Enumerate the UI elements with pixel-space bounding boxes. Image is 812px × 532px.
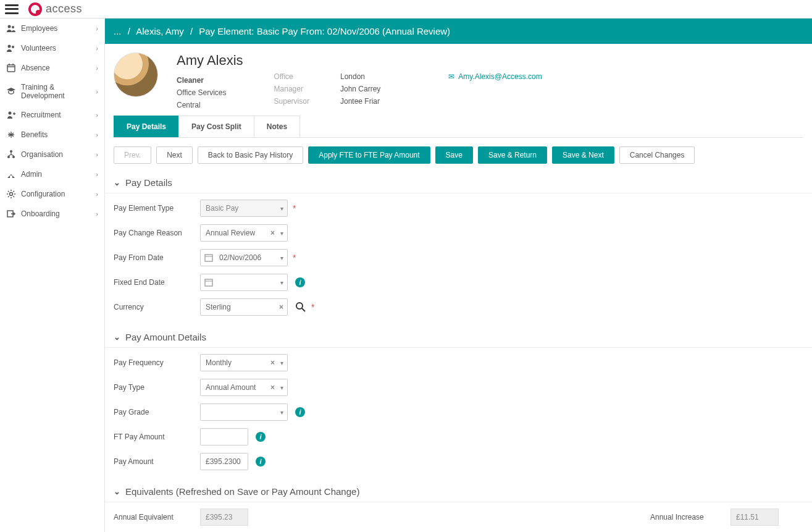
info-icon[interactable]: i bbox=[295, 277, 305, 287]
sidebar-item-recruitment[interactable]: Recruitment› bbox=[0, 105, 104, 125]
caret-down-icon: ▾ bbox=[280, 384, 283, 391]
section-pay-details[interactable]: ⌄ Pay Details bbox=[105, 172, 812, 193]
sidebar-item-organisation[interactable]: Organisation› bbox=[0, 145, 104, 164]
svg-point-8 bbox=[9, 112, 12, 115]
clear-icon[interactable]: × bbox=[270, 358, 275, 367]
profile-region: Central bbox=[177, 101, 243, 109]
sidebar-item-label: Volunteers bbox=[21, 44, 56, 53]
sidebar-item-configuration[interactable]: Configuration› bbox=[0, 184, 104, 204]
tab-pay-cost-split[interactable]: Pay Cost Split bbox=[178, 116, 254, 137]
clear-icon[interactable]: × bbox=[270, 383, 275, 392]
section-pay-amount-details[interactable]: ⌄ Pay Amount Details bbox=[105, 327, 812, 348]
search-icon[interactable] bbox=[295, 302, 306, 313]
apply-fte-button[interactable]: Apply FTE to FTE Pay Amount bbox=[308, 146, 430, 164]
profile-dept: Office Services bbox=[177, 88, 243, 97]
breadcrumb-ellipsis[interactable]: ... bbox=[114, 26, 122, 36]
clear-icon[interactable]: × bbox=[270, 229, 275, 237]
svg-point-10 bbox=[10, 150, 12, 153]
pay-amount-label: Pay Amount bbox=[114, 457, 200, 466]
manager-value: John Carrey bbox=[340, 85, 380, 93]
profile-name: Amy Alexis bbox=[177, 53, 243, 69]
save-return-button[interactable]: Save & Return bbox=[478, 146, 547, 164]
save-next-button[interactable]: Save & Next bbox=[552, 146, 614, 164]
chevron-right-icon: › bbox=[96, 111, 98, 119]
ft-pay-amount-label: FT Pay Amount bbox=[114, 433, 200, 441]
chevron-right-icon: › bbox=[96, 88, 98, 95]
pay-amount-input[interactable] bbox=[200, 453, 248, 470]
profile-role: Cleaner bbox=[177, 76, 243, 85]
sidebar-item-label: Onboarding bbox=[21, 209, 60, 218]
back-button[interactable]: Back to Basic Pay History bbox=[198, 146, 303, 164]
info-icon[interactable]: i bbox=[256, 432, 266, 442]
tab-notes[interactable]: Notes bbox=[254, 116, 300, 137]
brand-text: access bbox=[46, 2, 82, 15]
caret-down-icon: ▾ bbox=[280, 205, 283, 212]
breadcrumb: ... / Alexis, Amy / Pay Element: Basic P… bbox=[105, 19, 812, 44]
cancel-button[interactable]: Cancel Changes bbox=[619, 146, 695, 164]
hamburger-menu[interactable] bbox=[5, 4, 19, 14]
annual-increase-value: £11.51 bbox=[730, 509, 779, 526]
pay-frequency-select[interactable]: Monthly×▾ bbox=[200, 354, 288, 371]
info-icon[interactable]: i bbox=[256, 457, 266, 467]
profile-email[interactable]: Amy.Alexis@Access.com bbox=[458, 72, 542, 81]
tab-pay-details[interactable]: Pay Details bbox=[114, 116, 179, 137]
svg-point-20 bbox=[296, 303, 303, 309]
sidebar-item-label: Benefits bbox=[21, 130, 48, 139]
caret-down-icon: ▾ bbox=[280, 230, 283, 237]
svg-point-3 bbox=[12, 46, 14, 48]
ft-pay-amount-input[interactable] bbox=[200, 428, 248, 445]
svg-point-12 bbox=[12, 156, 15, 158]
mail-icon: ✉ bbox=[448, 72, 454, 81]
sidebar-item-volunteers[interactable]: Volunteers› bbox=[0, 38, 104, 58]
pay-frequency-label: Pay Frequency bbox=[114, 358, 200, 367]
pay-from-date-label: Pay From Date bbox=[114, 253, 200, 262]
office-value: London bbox=[340, 72, 380, 81]
sidebar-item-training[interactable]: Training & Development› bbox=[0, 78, 104, 105]
sidebar-item-label: Admin bbox=[21, 170, 42, 179]
svg-rect-4 bbox=[7, 65, 15, 72]
pay-element-type-select[interactable]: Basic Pay▾ bbox=[200, 200, 288, 217]
sidebar-item-label: Organisation bbox=[21, 150, 63, 159]
svg-point-2 bbox=[8, 45, 11, 48]
sidebar-item-label: Configuration bbox=[21, 190, 65, 198]
sidebar-item-onboarding[interactable]: Onboarding› bbox=[0, 204, 104, 224]
pay-from-date-input[interactable]: 02/Nov/2006▾ bbox=[200, 249, 288, 266]
onboarding-icon bbox=[6, 209, 16, 219]
chevron-right-icon: › bbox=[96, 25, 98, 32]
save-button[interactable]: Save bbox=[435, 146, 473, 164]
section-title: Pay Amount Details bbox=[125, 332, 206, 342]
employees-icon bbox=[6, 23, 16, 33]
supervisor-value: Jontee Friar bbox=[340, 97, 380, 106]
sidebar-item-admin[interactable]: Admin› bbox=[0, 164, 104, 184]
svg-point-9 bbox=[10, 134, 12, 135]
clear-icon[interactable]: × bbox=[279, 303, 283, 311]
logo-icon bbox=[28, 2, 42, 16]
admin-icon bbox=[6, 169, 16, 179]
sidebar-item-label: Absence bbox=[21, 64, 50, 72]
prev-button[interactable]: Prev. bbox=[114, 146, 151, 164]
fixed-end-date-input[interactable]: ▾ bbox=[200, 274, 288, 291]
sidebar-item-absence[interactable]: Absence› bbox=[0, 58, 104, 78]
configuration-icon bbox=[6, 189, 16, 199]
pay-change-reason-select[interactable]: Annual Review×▾ bbox=[200, 224, 288, 242]
chevron-right-icon: › bbox=[96, 210, 98, 217]
annual-equivalent-label: Annual Equivalent bbox=[114, 513, 200, 521]
annual-equivalent-value: £395.23 bbox=[200, 509, 248, 526]
next-button[interactable]: Next bbox=[156, 146, 193, 164]
pay-grade-select[interactable]: ▾ bbox=[200, 403, 288, 421]
sidebar-item-benefits[interactable]: Benefits› bbox=[0, 125, 104, 145]
calendar-icon bbox=[204, 253, 213, 262]
info-icon[interactable]: i bbox=[295, 407, 305, 417]
training-icon bbox=[6, 87, 16, 96]
svg-point-14 bbox=[10, 193, 13, 196]
section-equivalents[interactable]: ⌄ Equivalents (Refreshed on Save or Pay … bbox=[105, 481, 812, 502]
pay-type-select[interactable]: Annual Amount×▾ bbox=[200, 379, 288, 396]
brand-logo[interactable]: access bbox=[28, 2, 82, 16]
svg-point-1 bbox=[12, 26, 14, 28]
chevron-down-icon: ⌄ bbox=[114, 332, 120, 342]
currency-input[interactable]: Sterling× bbox=[200, 298, 288, 316]
breadcrumb-person[interactable]: Alexis, Amy bbox=[136, 26, 184, 36]
sidebar-item-employees[interactable]: Employees› bbox=[0, 19, 104, 38]
organisation-icon bbox=[6, 150, 16, 159]
manager-label: Manager bbox=[274, 85, 309, 93]
